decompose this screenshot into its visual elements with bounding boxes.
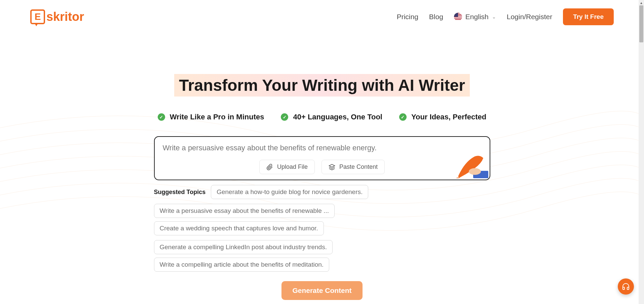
- scroll-up-icon[interactable]: ▲: [639, 0, 644, 5]
- chevron-down-icon: ⌄: [492, 14, 496, 20]
- input-actions: Upload File Paste Content: [163, 160, 482, 174]
- logo-icon: E: [30, 9, 45, 24]
- chat-support-button[interactable]: [618, 278, 634, 295]
- nav-pricing[interactable]: Pricing: [397, 13, 418, 21]
- suggested-topics-row-2: Write a persuasive essay about the benef…: [154, 204, 490, 235]
- nav-blog[interactable]: Blog: [429, 13, 443, 21]
- topic-chip[interactable]: Write a compelling article about the ben…: [154, 258, 330, 272]
- feature-item: ✓ Your Ideas, Perfected: [399, 113, 486, 121]
- scroll-thumb[interactable]: [639, 5, 643, 42]
- main-content: Transform Your Writing with AI Writer ✓ …: [0, 34, 644, 300]
- topic-chip[interactable]: Generate a how-to guide blog for novice …: [211, 185, 368, 199]
- hero-title: Transform Your Writing with AI Writer: [174, 74, 470, 97]
- layers-icon: [329, 164, 335, 170]
- upload-file-button[interactable]: Upload File: [259, 160, 315, 174]
- quill-hand-icon: [455, 155, 488, 178]
- feature-list: ✓ Write Like a Pro in Minutes ✓ 40+ Lang…: [158, 113, 487, 121]
- prompt-card: Upload File Paste Content: [154, 136, 490, 180]
- logo-text: skritor: [46, 10, 84, 24]
- feature-text: 40+ Languages, One Tool: [293, 113, 382, 121]
- try-free-button[interactable]: Try It Free: [563, 8, 614, 25]
- feature-item: ✓ 40+ Languages, One Tool: [281, 113, 382, 121]
- suggested-label: Suggested Topics: [154, 189, 206, 196]
- header: E skritor Pricing Blog English ⌄ Login/R…: [0, 0, 644, 34]
- nav-login[interactable]: Login/Register: [507, 13, 552, 21]
- us-flag-icon: [454, 13, 462, 21]
- check-icon: ✓: [281, 113, 288, 121]
- language-label: English: [465, 13, 489, 21]
- topic-chip[interactable]: Generate a compelling LinkedIn post abou…: [154, 240, 333, 254]
- svg-point-2: [469, 168, 481, 175]
- paste-content-label: Paste Content: [339, 163, 378, 170]
- language-selector[interactable]: English ⌄: [454, 13, 496, 21]
- suggested-topics: Suggested Topics Generate a how-to guide…: [154, 185, 490, 199]
- topic-chip[interactable]: Create a wedding speech that captures lo…: [154, 221, 324, 235]
- prompt-input[interactable]: [163, 144, 482, 152]
- topic-chip[interactable]: Write a persuasive essay about the benef…: [154, 204, 335, 218]
- feature-text: Write Like a Pro in Minutes: [170, 113, 264, 121]
- check-icon: ✓: [158, 113, 165, 121]
- scrollbar[interactable]: ▲: [639, 0, 644, 304]
- logo[interactable]: E skritor: [30, 9, 84, 24]
- top-nav: Pricing Blog English ⌄ Login/Register Tr…: [397, 8, 614, 25]
- headset-icon: [622, 282, 630, 291]
- paperclip-icon: [266, 164, 273, 170]
- feature-text: Your Ideas, Perfected: [411, 113, 486, 121]
- feature-item: ✓ Write Like a Pro in Minutes: [158, 113, 264, 121]
- check-icon: ✓: [399, 113, 407, 121]
- upload-file-label: Upload File: [277, 163, 308, 170]
- suggested-topics-row-3: Generate a compelling LinkedIn post abou…: [154, 240, 490, 272]
- paste-content-button[interactable]: Paste Content: [321, 160, 385, 174]
- svg-marker-0: [329, 164, 335, 167]
- generate-content-button[interactable]: Generate Content: [281, 281, 362, 300]
